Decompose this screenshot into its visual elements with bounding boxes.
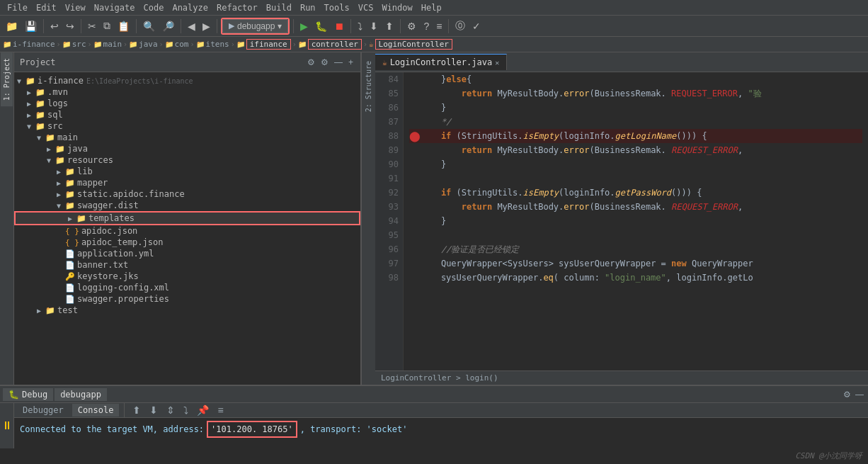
toolbar-more-btn[interactable]: ≡ bbox=[433, 19, 445, 33]
toolbar-search-btn[interactable]: 🔍 bbox=[140, 19, 158, 33]
tree-root[interactable]: ▼ 📁 i-finance E:\IdeaProjects\i-finance bbox=[14, 75, 360, 86]
side-tab-structure[interactable]: 2: Structure bbox=[362, 52, 375, 120]
bottom-panel-settings-btn[interactable]: ⚙ bbox=[842, 388, 852, 401]
toolbar-redo-btn[interactable]: ↪ bbox=[63, 19, 77, 33]
watermark: CSDN @小沈同学呀 bbox=[795, 451, 862, 461]
menu-window[interactable]: Window bbox=[377, 1, 416, 14]
tree-test[interactable]: ▶ 📁 test bbox=[14, 305, 360, 316]
code-line-88: ⬤ if (StringUtils.isEmpty(loginInfo.getL… bbox=[409, 129, 862, 143]
sub-tab-console[interactable]: Console bbox=[72, 404, 120, 417]
tree-logging-config[interactable]: ▶ 📄 logging-config.xml bbox=[14, 282, 360, 293]
console-search-btn[interactable]: ⤵ bbox=[181, 403, 191, 417]
menu-refactor[interactable]: Refactor bbox=[212, 1, 262, 14]
side-tab-project[interactable]: 1: Project bbox=[1, 52, 13, 106]
code-line-85: return MyResultBody.error(BusinessRemak.… bbox=[409, 86, 862, 101]
tree-swagger-props[interactable]: ▶ 📄 swagger.properties bbox=[14, 293, 360, 305]
tree-lib[interactable]: ▶ 📁 lib bbox=[14, 166, 360, 177]
stop-btn[interactable]: ⏹ bbox=[331, 19, 347, 33]
menu-file[interactable]: File bbox=[3, 1, 32, 14]
menu-analyze[interactable]: Analyze bbox=[168, 1, 212, 14]
toolbar-copy-btn[interactable]: ⧉ bbox=[101, 18, 113, 33]
breadcrumb-java-icon: 📁 bbox=[129, 40, 137, 48]
breadcrumb-ifinance[interactable]: i-finance bbox=[13, 40, 55, 49]
tab-close-btn[interactable]: ✕ bbox=[495, 59, 499, 67]
toolbar-nav-fwd-btn[interactable]: ▶ bbox=[200, 19, 213, 33]
bottom-left-strip: ⏸ bbox=[0, 403, 14, 448]
console-pin-btn[interactable]: 📌 bbox=[194, 403, 212, 417]
tree-keystore-jks[interactable]: ▶ 🔑 keystore.jks bbox=[14, 271, 360, 282]
tree-swagger-dist[interactable]: ▼ 📁 swagger.dist bbox=[14, 200, 360, 211]
toolbar-undo-btn[interactable]: ↩ bbox=[47, 19, 62, 33]
panel-gear-btn[interactable]: ⚙ bbox=[306, 56, 316, 69]
toolbar-step-over-btn[interactable]: ⤵ bbox=[355, 19, 365, 33]
menu-tools[interactable]: Tools bbox=[320, 1, 354, 14]
code-line-84: }else{ bbox=[409, 72, 862, 86]
toolbar-save-btn[interactable]: 💾 bbox=[22, 19, 40, 33]
breadcrumb-java[interactable]: java bbox=[139, 40, 158, 49]
panel-settings-btn[interactable]: ⚙ bbox=[319, 56, 330, 69]
project-panel: Project ⚙ ⚙ — + ▼ 📁 i-finance E:\IdeaPro… bbox=[14, 52, 361, 385]
tree-logs[interactable]: ▶ 📁 logs bbox=[14, 98, 360, 109]
console-filter-btn[interactable]: ⇕ bbox=[164, 403, 178, 417]
breadcrumb-main[interactable]: main bbox=[103, 40, 122, 49]
toolbar-step-out-btn[interactable]: ⬆ bbox=[382, 19, 396, 33]
menu-edit[interactable]: Edit bbox=[32, 1, 61, 14]
code-line-86: } bbox=[409, 101, 862, 115]
tree-sql[interactable]: ▶ 📁 sql bbox=[14, 109, 360, 120]
breadcrumb-controller[interactable]: controller bbox=[308, 39, 362, 50]
menu-run[interactable]: Run bbox=[296, 1, 320, 14]
console-scroll-btn[interactable]: ⬇ bbox=[147, 403, 161, 417]
breadcrumb-itens[interactable]: itens bbox=[206, 40, 229, 49]
toolbar-step-into-btn[interactable]: ⬇ bbox=[367, 19, 381, 33]
toolbar-help-btn[interactable]: ? bbox=[421, 19, 432, 33]
tree-main[interactable]: ▼ 📁 main bbox=[14, 132, 360, 143]
panel-expand-btn[interactable]: + bbox=[347, 56, 355, 69]
pause-resume-btn[interactable]: ⏸ bbox=[1, 419, 13, 432]
toolbar-cut-btn[interactable]: ✂ bbox=[85, 19, 99, 33]
breadcrumb-ifinance2[interactable]: ifinance bbox=[246, 39, 291, 50]
tree-banner-txt[interactable]: ▶ 📄 banner.txt bbox=[14, 259, 360, 271]
tree-mvn[interactable]: ▶ 📁 .mvn bbox=[14, 86, 360, 98]
bottom-panel-minimize-btn[interactable]: — bbox=[854, 388, 865, 401]
console-clear-btn[interactable]: ⬆ bbox=[130, 403, 144, 417]
menu-code[interactable]: Code bbox=[139, 1, 169, 14]
breadcrumb-com[interactable]: com bbox=[175, 40, 189, 49]
menu-navigate[interactable]: Navigate bbox=[90, 1, 139, 14]
bottom-tab-debugapp[interactable]: debugapp bbox=[55, 388, 107, 401]
tree-src[interactable]: ▼ 📁 src bbox=[14, 120, 360, 132]
debug-app-selector[interactable]: ▶ debugapp ▾ bbox=[222, 19, 288, 33]
menu-bar: File Edit View Navigate Code Analyze Ref… bbox=[0, 0, 868, 16]
editor-tab-name: LoginController.java bbox=[390, 57, 493, 67]
toolbar-commit-btn[interactable]: ✓ bbox=[469, 19, 484, 33]
editor-tab-logincontroller[interactable]: ☕ LoginController.java ✕ bbox=[375, 54, 507, 70]
tree-application-yml[interactable]: ▶ 📄 application.yml bbox=[14, 248, 360, 259]
sub-tab-debugger[interactable]: Debugger bbox=[17, 404, 69, 417]
toolbar-settings-btn[interactable]: ⚙ bbox=[404, 19, 419, 33]
menu-help[interactable]: Help bbox=[417, 1, 446, 14]
toolbar-open-btn[interactable]: 📁 bbox=[3, 19, 21, 33]
code-editor[interactable]: 84 85 86 87 88 89 90 91 92 93 94 95 96 9… bbox=[375, 72, 868, 370]
console-settings-btn[interactable]: ≡ bbox=[215, 403, 226, 417]
breadcrumb-logincontroller[interactable]: LoginController bbox=[375, 39, 452, 50]
debug-btn[interactable]: 🐛 bbox=[312, 19, 330, 33]
menu-view[interactable]: View bbox=[61, 1, 90, 14]
tree-java[interactable]: ▶ 📁 java bbox=[14, 143, 360, 154]
tree-apidoc-temp-json[interactable]: ▶ { } apidoc_temp.json bbox=[14, 237, 360, 248]
tree-apidoc-json[interactable]: ▶ { } apidoc.json bbox=[14, 225, 360, 237]
toolbar-paste-btn[interactable]: 📋 bbox=[115, 19, 132, 33]
tree-mapper[interactable]: ▶ 📁 mapper bbox=[14, 177, 360, 188]
tree-resources[interactable]: ▼ 📁 resources bbox=[14, 154, 360, 166]
tree-templates[interactable]: ▶ 📁 templates bbox=[14, 211, 360, 225]
toolbar-search2-btn[interactable]: 🔎 bbox=[159, 19, 177, 33]
menu-vcs[interactable]: VCS bbox=[354, 1, 378, 14]
bottom-tab-debug[interactable]: 🐛 Debug bbox=[3, 388, 53, 401]
toolbar-sep4 bbox=[181, 19, 181, 33]
toolbar-vcs-btn[interactable]: ⓪ bbox=[452, 18, 468, 34]
panel-collapse-btn[interactable]: — bbox=[333, 56, 344, 69]
tree-static-apidoc[interactable]: ▶ 📁 static.apidoc.finance bbox=[14, 188, 360, 200]
menu-build[interactable]: Build bbox=[262, 1, 296, 14]
breadcrumb-src[interactable]: src bbox=[72, 40, 86, 49]
run-btn[interactable]: ▶ bbox=[297, 19, 311, 33]
toolbar-sep1 bbox=[43, 19, 44, 33]
toolbar-nav-back-btn[interactable]: ◀ bbox=[185, 19, 198, 33]
